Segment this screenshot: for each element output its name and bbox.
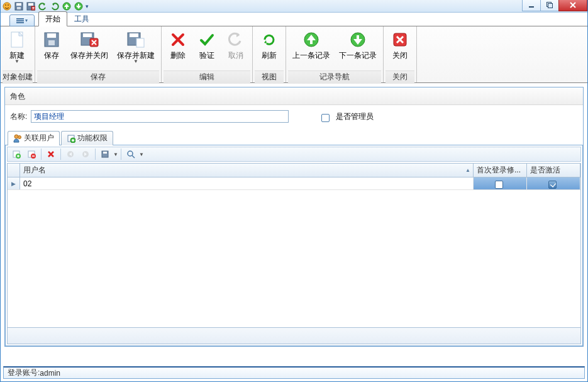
role-panel: 角色 名称: 是否管理员 关联用户 功能权限 [4,87,584,347]
tab-related-users[interactable]: 关联用户 [8,131,60,145]
toolbar-add-button[interactable] [9,148,23,160]
cell-username[interactable]: 02 [20,177,474,189]
svg-point-31 [18,135,21,138]
cell-is-active[interactable] [527,177,580,189]
is-admin-checkbox[interactable] [321,114,330,122]
validate-button[interactable]: 验证 [192,28,221,70]
group-create-label: 对象创建 [3,70,33,84]
up-arrow-icon [301,30,321,50]
tab-related-users-label: 关联用户 [24,133,54,143]
svg-rect-16 [16,22,24,23]
delete-button[interactable]: 删除 [164,28,192,70]
qat-undo-icon[interactable] [38,1,48,11]
refresh-button[interactable]: 刷新 [255,28,284,70]
save-icon [42,30,62,50]
cell-first-login[interactable] [474,177,527,189]
maximize-button[interactable] [540,0,559,11]
panel-title: 角色 [5,87,583,105]
grid-corner[interactable] [8,164,20,177]
save-new-button[interactable]: 保存并新建 ▼ [113,28,159,70]
qat-redo-icon[interactable] [50,1,60,11]
qat-save-icon[interactable] [14,1,24,11]
qat-down-icon[interactable] [74,1,84,11]
qat-save-close-icon[interactable] [26,1,36,11]
table-row[interactable]: ▶ 02 [8,177,580,190]
app-icon [2,1,12,11]
qat-customize-icon[interactable]: ▾ [86,3,92,9]
new-icon [7,30,27,50]
name-input[interactable] [31,110,289,123]
is-active-checkbox[interactable] [548,181,557,189]
close-button[interactable]: 关闭 [386,28,414,70]
save-new-icon [126,30,146,50]
group-nav-label: 记录导航 [288,70,381,84]
svg-rect-14 [16,18,24,20]
validate-label: 验证 [199,51,214,60]
col-first-login[interactable]: 首次登录修... [474,164,527,177]
svg-point-1 [5,4,6,6]
new-button[interactable]: 新建 ▼ [3,28,31,70]
prev-label: 上一条记录 [292,51,330,60]
cancel-button[interactable]: 取消 [221,28,250,70]
grid-footer [8,327,580,344]
tab-permissions[interactable]: 功能权限 [61,131,113,145]
save-close-button[interactable]: 保存并关闭 [66,28,113,70]
permissions-icon [67,134,75,143]
svg-rect-13 [548,4,553,8]
toolbar-remove-button[interactable] [25,148,38,160]
refresh-label: 刷新 [262,51,277,60]
next-label: 下一条记录 [339,51,377,60]
refresh-icon [259,30,279,50]
dropdown-icon: ▼ [14,59,19,64]
delete-label: 删除 [170,51,186,60]
title-bar: ▾ [1,0,587,13]
svg-rect-4 [16,3,21,6]
ribbon-tab-strip: ▾ 开始 工具 [1,13,587,26]
toolbar-search-button[interactable] [124,148,138,160]
save-close-icon [79,30,99,50]
minimize-button[interactable] [522,0,541,11]
close-icon [390,30,410,50]
dropdown-icon: ▼ [133,59,138,64]
toolbar-delete-button[interactable] [44,148,58,160]
first-login-checkbox[interactable] [495,181,503,189]
toolbar-search-dropdown[interactable]: ▼ [139,152,144,157]
toolbar-export-button[interactable] [98,148,112,160]
group-view-label: 视图 [255,70,284,84]
svg-point-0 [3,3,11,10]
svg-point-42 [128,151,133,156]
prev-record-button[interactable]: 上一条记录 [288,28,335,70]
window-close-button[interactable] [558,0,587,11]
delete-icon [168,30,188,50]
group-save-label: 保存 [37,70,159,84]
name-label: 名称: [10,111,27,122]
row-indicator-icon: ▶ [8,177,20,189]
next-record-button[interactable]: 下一条记录 [335,28,381,70]
toolbar-export-dropdown[interactable]: ▼ [113,152,118,157]
grid-toolbar: ▼ ▼ [7,147,581,162]
users-icon [13,134,22,143]
tab-permissions-label: 功能权限 [77,133,108,143]
col-username[interactable]: 用户名 ▲ [20,164,474,177]
svg-rect-15 [16,20,24,21]
col-is-active[interactable]: 是否激活 [527,164,580,177]
close-label: 关闭 [392,51,408,60]
app-menu-button[interactable]: ▾ [9,14,35,26]
group-edit-label: 编辑 [164,70,250,84]
svg-point-2 [8,4,9,6]
sort-asc-icon: ▲ [465,167,470,173]
status-account-label: 登录账号: [8,368,40,378]
related-users-panel: ▼ ▼ 用户名 ▲ 首次登录修... 是否激活 [5,145,583,346]
qat-up-icon[interactable] [62,1,72,11]
ribbon: 新建 ▼ 对象创建 保存 保存并关闭 保存并新建 ▼ [1,26,587,83]
toolbar-prev-button[interactable] [64,148,77,160]
tab-tools[interactable]: 工具 [67,11,96,26]
status-account-value: admin [40,369,60,378]
svg-rect-7 [28,3,33,6]
svg-rect-11 [529,6,534,8]
save-button[interactable]: 保存 [37,28,66,70]
toolbar-next-button[interactable] [79,148,92,160]
svg-point-30 [14,135,18,138]
col-username-label: 用户名 [23,165,46,176]
tab-start[interactable]: 开始 [38,11,67,26]
